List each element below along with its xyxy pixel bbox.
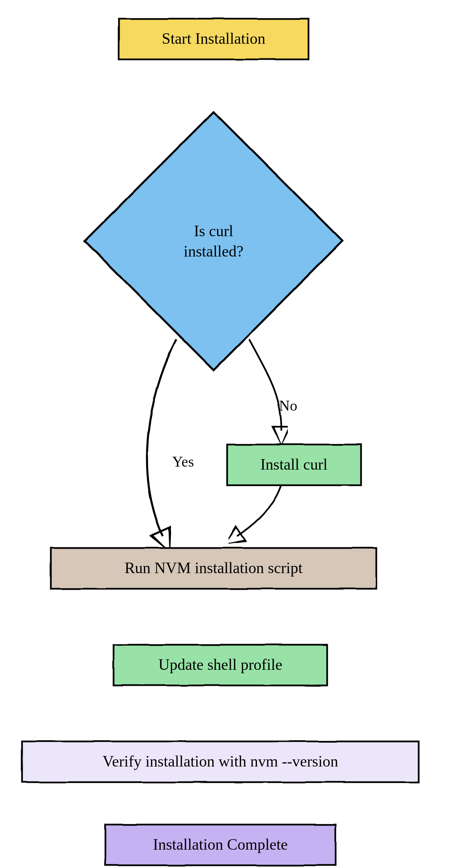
node-runnvm-label: Run NVM installation script — [124, 559, 302, 577]
node-update-label: Update shell profile — [158, 656, 282, 673]
edge-yes-label: Yes — [172, 453, 194, 470]
node-start-label: Start Installation — [162, 30, 265, 47]
edge-installc-runnvm — [237, 485, 281, 536]
edge-curlq-runnvm-yes — [147, 339, 176, 536]
node-curlq — [85, 112, 342, 370]
node-installc-label: Install curl — [260, 456, 327, 473]
flowchart-canvas: Start Installation Is curl installed? No… — [0, 0, 458, 868]
node-done-label: Installation Complete — [153, 836, 287, 853]
svg-marker-2 — [85, 112, 342, 370]
node-curlq-label-2: installed? — [184, 243, 243, 260]
edge-curlq-installc — [249, 339, 281, 431]
node-curlq-label-1: Is curl — [194, 222, 233, 240]
node-verify-label: Verify installation with nvm --version — [103, 753, 338, 770]
edge-no-label: No — [279, 397, 297, 414]
